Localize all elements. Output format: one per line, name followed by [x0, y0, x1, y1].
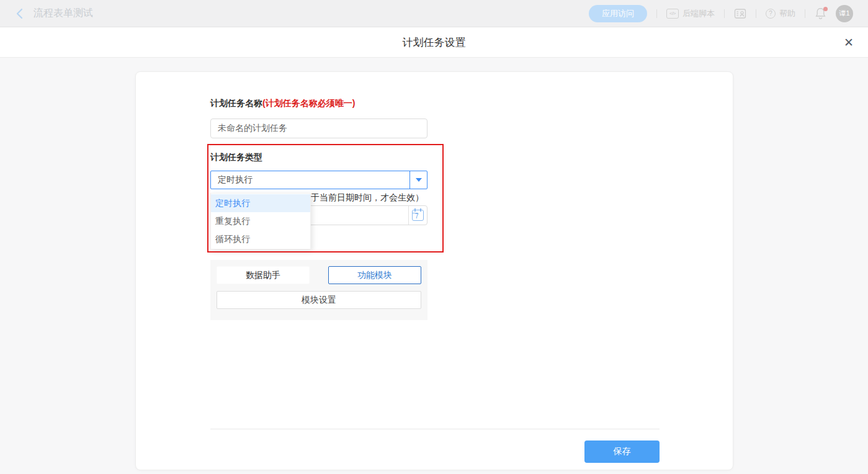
- settings-card: 计划任务名称(计划任务名称必须唯一) 计划任务类型 于当前日期时间，才会生效） …: [135, 71, 733, 470]
- task-type-dropdown: 定时执行 重复执行 循环执行: [210, 193, 311, 249]
- backend-script-label: 后端脚本: [682, 8, 715, 19]
- divider: [656, 9, 657, 18]
- calendar-day: 7: [415, 213, 419, 220]
- dialog-body: 计划任务名称(计划任务名称必须唯一) 计划任务类型 于当前日期时间，才会生效） …: [0, 58, 868, 474]
- dialog-title: 计划任务设置: [0, 27, 868, 58]
- calendar-picker-button[interactable]: 7: [408, 206, 427, 225]
- option-loop-execute[interactable]: 循环执行: [211, 230, 310, 248]
- app-window: 流程表单测试 应用访问 </> 后端脚本: [0, 0, 868, 474]
- chevron-down-icon: [416, 178, 422, 182]
- notification-badge: [823, 7, 828, 11]
- divider: [756, 9, 756, 18]
- contact-card-icon[interactable]: [734, 8, 746, 19]
- save-button[interactable]: 保存: [584, 440, 660, 463]
- calendar-icon: 7: [412, 210, 424, 221]
- task-type-label: 计划任务类型: [210, 152, 262, 163]
- avatar[interactable]: 谭1: [836, 5, 853, 22]
- divider: [805, 9, 805, 18]
- topbar: 流程表单测试 应用访问 </> 后端脚本: [0, 0, 868, 27]
- page-title: 流程表单测试: [34, 7, 93, 20]
- task-name-required-hint: (计划任务名称必须唯一): [262, 98, 355, 108]
- task-name-label: 计划任务名称(计划任务名称必须唯一): [210, 98, 355, 109]
- backend-script-button[interactable]: </> 后端脚本: [666, 8, 715, 19]
- help-label: 帮助: [779, 8, 795, 19]
- module-block: 数据助手 功能模块 模块设置: [210, 260, 427, 320]
- notifications-button[interactable]: [815, 7, 827, 20]
- data-assistant-button[interactable]: 数据助手: [217, 266, 310, 284]
- function-module-button[interactable]: 功能模块: [328, 266, 421, 284]
- option-timed-execute[interactable]: 定时执行: [211, 194, 310, 212]
- task-type-select[interactable]: 定时执行: [210, 171, 427, 189]
- task-type-selected-value: 定时执行: [211, 171, 409, 189]
- option-repeat-execute[interactable]: 重复执行: [211, 212, 310, 230]
- divider: [724, 9, 725, 18]
- select-caret-button[interactable]: [409, 171, 427, 189]
- execute-time-hint: 于当前日期时间，才会生效）: [311, 192, 424, 203]
- help-icon: ?: [766, 9, 776, 19]
- module-settings-button[interactable]: 模块设置: [217, 291, 421, 309]
- app-access-button[interactable]: 应用访问: [589, 5, 647, 22]
- task-name-label-text: 计划任务名称: [210, 98, 262, 108]
- help-button[interactable]: ? 帮助: [766, 8, 795, 19]
- footer-divider: [210, 429, 660, 429]
- dialog-header: 计划任务设置 ✕: [0, 27, 868, 58]
- task-name-input[interactable]: [210, 118, 427, 138]
- close-icon[interactable]: ✕: [844, 27, 854, 58]
- back-icon[interactable]: [15, 8, 25, 19]
- code-icon: </>: [666, 9, 679, 19]
